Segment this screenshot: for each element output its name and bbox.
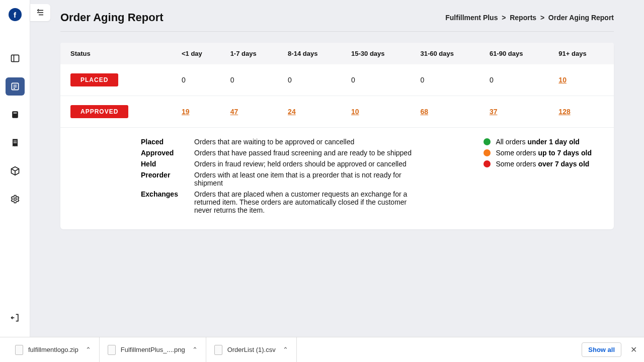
definition-row: PlacedOrders that are waiting to be appr… xyxy=(141,138,463,146)
crumb-root[interactable]: Fulfillment Plus xyxy=(445,14,498,22)
col-header: Status xyxy=(60,43,177,64)
download-filename: OrderList (1).csv xyxy=(227,346,276,353)
legend-text: Some orders over 7 days old xyxy=(496,160,589,168)
count-link[interactable]: 68 xyxy=(420,108,428,116)
legend-dot-icon xyxy=(484,149,491,156)
definition-row: HeldOrders in fraud review; held orders … xyxy=(141,160,463,168)
definition-term: Exchanges xyxy=(141,190,181,214)
nav-receipt-icon[interactable] xyxy=(6,134,25,152)
count-link[interactable]: 10 xyxy=(558,76,567,84)
count-link[interactable]: 10 xyxy=(351,108,359,116)
svg-rect-7 xyxy=(13,113,17,114)
chevron-up-icon[interactable]: ⌃ xyxy=(86,346,91,353)
crumb-current: Order Aging Report xyxy=(548,14,614,22)
file-icon xyxy=(108,345,116,355)
nav-panels-icon[interactable] xyxy=(6,49,25,67)
count-cell: 0 xyxy=(283,64,346,96)
download-file-button[interactable]: FulfillmentPlus_....png xyxy=(108,345,185,355)
col-header: 8-14 days xyxy=(283,43,346,64)
table-row: APPROVED194724106837128 xyxy=(60,96,614,128)
aging-table: Status<1 day1-7 days8-14 days15-30 days3… xyxy=(60,43,614,128)
definition-row: ApprovedOrders that have passed fraud sc… xyxy=(141,149,463,157)
definition-term: Placed xyxy=(141,138,181,146)
nav-reports-icon[interactable] xyxy=(6,77,25,96)
page-title: Order Aging Report xyxy=(60,11,164,24)
svg-rect-9 xyxy=(13,142,17,143)
table-row: PLACED00000010 xyxy=(60,64,614,96)
definition-row: ExchangesOrders that are placed when a c… xyxy=(141,190,463,214)
legend-item: Some orders over 7 days old xyxy=(484,160,592,168)
download-file-button[interactable]: fulfillmentlogo.zip xyxy=(15,345,78,355)
file-icon xyxy=(214,345,222,355)
definition-desc: Orders with at least one item that is a … xyxy=(194,171,426,187)
chevron-up-icon[interactable]: ⌃ xyxy=(192,346,198,353)
definition-desc: Orders that are waiting to be approved o… xyxy=(194,138,354,146)
legend-text: All orders under 1 day old xyxy=(496,138,580,146)
crumb-section[interactable]: Reports xyxy=(510,14,536,22)
downloads-show-all-button[interactable]: Show all xyxy=(582,342,621,357)
nav-settings-icon[interactable] xyxy=(6,190,25,208)
legend-dot-icon xyxy=(484,138,491,145)
download-file-button[interactable]: OrderList (1).csv xyxy=(214,345,276,355)
definition-desc: Orders that have passed fraud screening … xyxy=(194,149,412,157)
nav-archive-icon[interactable] xyxy=(6,106,25,124)
main-content: Order Aging Report Fulfillment Plus > Re… xyxy=(30,0,644,337)
status-badge: PLACED xyxy=(70,73,118,86)
col-header: 15-30 days xyxy=(346,43,415,64)
count-link[interactable]: 47 xyxy=(230,108,238,116)
status-badge: APPROVED xyxy=(70,105,128,118)
col-header: 31-60 days xyxy=(415,43,484,64)
svg-rect-0 xyxy=(11,55,19,61)
count-cell: 0 xyxy=(415,64,484,96)
col-header: 91+ days xyxy=(553,43,614,64)
definition-term: Held xyxy=(141,160,181,168)
legend-item: Some orders up to 7 days old xyxy=(484,149,592,157)
svg-rect-8 xyxy=(13,141,17,141)
breadcrumb: Fulfillment Plus > Reports > Order Aging… xyxy=(445,14,614,22)
download-filename: fulfillmentlogo.zip xyxy=(28,346,78,353)
count-cell: 0 xyxy=(485,64,553,96)
download-item: OrderList (1).csv⌃ xyxy=(206,337,297,362)
col-header: <1 day xyxy=(177,43,225,64)
col-header: 61-90 days xyxy=(485,43,553,64)
download-item: FulfillmentPlus_....png⌃ xyxy=(100,337,206,362)
nav-logout-icon[interactable] xyxy=(6,309,25,327)
definition-desc: Orders that are placed when a customer r… xyxy=(194,190,426,214)
count-link[interactable]: 37 xyxy=(490,108,498,116)
legend-item: All orders under 1 day old xyxy=(484,138,592,146)
age-legend: All orders under 1 day oldSome orders up… xyxy=(484,138,604,217)
nav-package-icon[interactable] xyxy=(6,162,25,180)
download-item: fulfillmentlogo.zip⌃ xyxy=(7,337,100,362)
file-icon xyxy=(15,345,23,355)
definition-desc: Orders in fraud review; held orders shou… xyxy=(194,160,407,168)
app-logo[interactable]: f xyxy=(9,8,22,21)
count-link[interactable]: 19 xyxy=(182,108,190,116)
download-filename: FulfillmentPlus_....png xyxy=(121,346,185,353)
legend-dot-icon xyxy=(484,160,491,167)
count-cell: 0 xyxy=(225,64,283,96)
count-link[interactable]: 128 xyxy=(558,108,570,116)
definition-row: PreorderOrders with at least one item th… xyxy=(141,171,463,187)
downloads-close-icon[interactable]: ✕ xyxy=(630,345,637,354)
downloads-bar: fulfillmentlogo.zip⌃FulfillmentPlus_....… xyxy=(0,337,644,362)
count-link[interactable]: 24 xyxy=(288,108,296,116)
status-definitions: PlacedOrders that are waiting to be appr… xyxy=(141,138,463,217)
definition-term: Preorder xyxy=(141,171,181,187)
sidebar: f xyxy=(0,0,30,337)
svg-point-11 xyxy=(14,198,16,201)
definition-term: Approved xyxy=(141,149,181,157)
chevron-up-icon[interactable]: ⌃ xyxy=(283,346,288,353)
header-divider xyxy=(60,31,614,32)
count-cell: 0 xyxy=(346,64,415,96)
svg-rect-6 xyxy=(12,111,18,118)
legend-text: Some orders up to 7 days old xyxy=(496,149,592,157)
col-header: 1-7 days xyxy=(225,43,283,64)
report-card: Status<1 day1-7 days8-14 days15-30 days3… xyxy=(60,43,614,229)
count-cell: 0 xyxy=(177,64,225,96)
